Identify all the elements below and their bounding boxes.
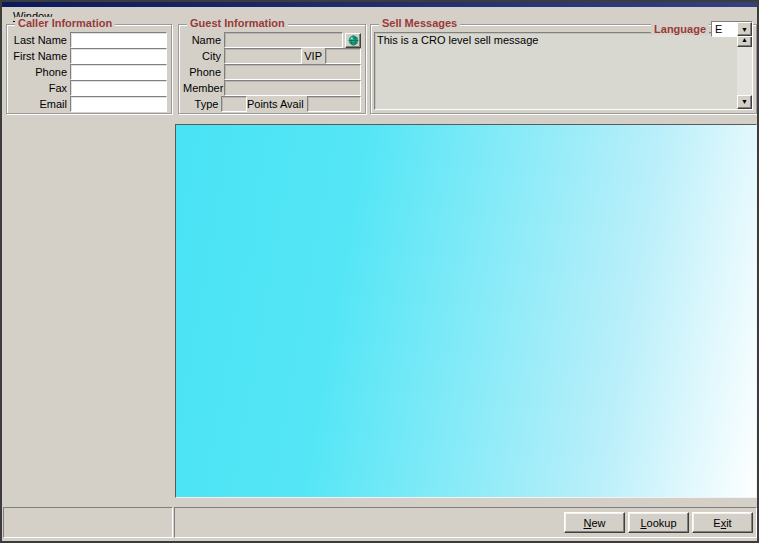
caller-email-row: Email (11, 96, 167, 112)
lastname-label: Last Name (11, 34, 67, 46)
email-input[interactable] (70, 96, 167, 112)
chevron-down-icon: ▼ (741, 26, 748, 33)
language-label: Language (651, 23, 709, 35)
caller-phone-row: Phone (11, 64, 167, 80)
language-combobox[interactable]: E ▼ (711, 21, 753, 37)
guest-type-row: Type Points Avail (183, 96, 361, 112)
city-input (224, 48, 302, 64)
vip-input (325, 48, 361, 64)
name-lookup-button[interactable] (345, 33, 361, 48)
caller-lastname-row: Last Name (11, 32, 167, 48)
language-dropdown-button[interactable]: ▼ (737, 22, 752, 36)
fax-input[interactable] (70, 80, 167, 96)
guest-phone-input (224, 64, 361, 80)
guest-phone-label: Phone (183, 66, 221, 78)
lookup-button[interactable]: Lookup (628, 512, 689, 533)
firstname-label: First Name (11, 50, 67, 62)
language-control: Language E ▼ (651, 21, 753, 37)
points-avail-label: Points Avail (247, 98, 304, 110)
guest-name-input (224, 32, 343, 48)
type-label: Type (183, 98, 218, 110)
guest-city-row: City VIP (183, 48, 361, 64)
guest-information-title: Guest Information (187, 17, 288, 29)
scroll-down-button[interactable]: ▼ (737, 95, 752, 109)
type-input (221, 96, 247, 112)
caller-fax-row: Fax (11, 80, 167, 96)
guest-information-group: Guest Information Name City VIP (178, 24, 366, 114)
sell-messages-scrollbar[interactable]: ▲ ▼ (737, 33, 752, 109)
sell-messages-title: Sell Messages (379, 17, 460, 29)
lastname-input[interactable] (70, 32, 167, 48)
guest-phone-row: Phone (183, 64, 361, 80)
caller-phone-input[interactable] (70, 64, 167, 80)
arrow-down-icon: ▼ (741, 96, 748, 108)
email-label: Email (11, 98, 67, 110)
exit-button[interactable]: Exit (692, 512, 753, 533)
button-panel: New Lookup Exit (174, 507, 757, 538)
sell-messages-group: Sell Messages Language E ▼ This is a CRO… (370, 24, 757, 114)
language-value: E (712, 22, 737, 36)
sell-messages-textarea[interactable]: This is a CRO level sell message ▲ ▼ (374, 32, 753, 110)
city-label: City (183, 50, 221, 62)
guest-name-label: Name (183, 34, 221, 46)
caller-information-title: Caller Information (15, 17, 115, 29)
caller-firstname-row: First Name (11, 48, 167, 64)
member-label: Member (183, 82, 221, 94)
firstname-input[interactable] (70, 48, 167, 64)
main-canvas (175, 124, 757, 498)
new-button[interactable]: New (564, 512, 625, 533)
member-input (224, 80, 361, 96)
fax-label: Fax (11, 82, 67, 94)
guest-name-row: Name (183, 32, 361, 48)
guest-member-row: Member (183, 80, 361, 96)
status-panel-left (3, 507, 173, 538)
caller-information-group: Caller Information Last Name First Name … (6, 24, 172, 114)
vip-label: VIP (304, 50, 322, 62)
globe-icon (348, 35, 359, 46)
caller-phone-label: Phone (11, 66, 67, 78)
application-window: Window Caller Information Last Name Firs… (0, 0, 759, 543)
points-avail-input (307, 96, 361, 112)
